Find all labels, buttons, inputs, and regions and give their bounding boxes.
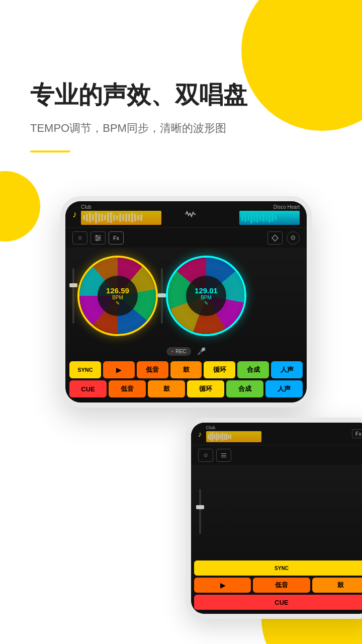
secondary-pad-cue[interactable]: CUE	[194, 595, 362, 610]
bpm-label-left: BPM	[112, 295, 123, 300]
dj-pads: SYNC ▶ 低音 鼓 循环 合成 人声 CUE 低音 鼓 循环 合成 人声	[65, 358, 307, 403]
diamond-button[interactable]	[267, 231, 283, 245]
pad-loop-2[interactable]: 循环	[187, 380, 224, 397]
waveform-left	[81, 211, 161, 225]
wave-bar	[104, 215, 106, 220]
rec-mic-row: ● REC 🎤	[65, 344, 307, 358]
underline-bar	[30, 150, 70, 152]
pad-vocal-2[interactable]: 人声	[265, 380, 303, 397]
wave-bar	[86, 214, 88, 221]
wave-bar	[125, 213, 127, 222]
header-area: 专业的声效、双唱盘 TEMPO调节，BPM同步，清晰的波形图	[30, 80, 332, 152]
wave-bar	[256, 213, 258, 223]
fader-handle-left[interactable]	[69, 283, 77, 287]
secondary-track-area: Club	[206, 425, 348, 442]
secondary-pads-row-1: SYNC	[194, 560, 362, 576]
wave-bar	[253, 214, 255, 221]
waveform-toggle-button[interactable]	[180, 205, 201, 223]
svg-point-5	[96, 239, 98, 241]
secondary-filter-button[interactable]	[216, 449, 231, 462]
wave-bar	[107, 213, 109, 222]
fader-handle-center[interactable]	[158, 293, 166, 297]
secondary-pad-drum[interactable]: 鼓	[312, 578, 362, 593]
pad-bass[interactable]: 低音	[137, 361, 168, 378]
secondary-fx-label[interactable]: Fx	[352, 429, 362, 438]
wave-bar	[131, 213, 133, 223]
track-right-name: Disco Heart	[204, 204, 300, 210]
pad-mix[interactable]: 合成	[237, 361, 269, 378]
sub-title: TEMPO调节，BPM同步，清晰的波形图	[30, 120, 332, 136]
rec-indicator: ●	[171, 349, 174, 354]
rec-label: REC	[175, 349, 186, 354]
wave-bar	[262, 213, 264, 222]
pad-loop[interactable]: 循环	[204, 361, 235, 378]
secondary-pad-bass[interactable]: 低音	[253, 578, 310, 593]
pad-bass-2[interactable]: 低音	[109, 380, 146, 397]
secondary-fader[interactable]	[199, 479, 201, 544]
bpm-edit-right: ✎	[204, 300, 208, 306]
wave-bar	[272, 214, 274, 221]
pad-cue[interactable]: CUE	[69, 380, 107, 397]
svg-point-3	[96, 235, 98, 237]
wave-bar	[122, 214, 124, 220]
eq-button[interactable]: ⊙	[72, 231, 87, 245]
wave-bar	[259, 214, 261, 221]
wave-bar	[116, 215, 118, 220]
secondary-waveform	[206, 431, 261, 442]
turntable-left[interactable]: 126.59 BPM ✎	[77, 256, 158, 336]
phone-secondary: ♪ Club	[186, 418, 362, 619]
secondary-music-note-icon: ♪	[198, 430, 202, 438]
track-left-name: Club	[81, 204, 177, 210]
wave-bar	[247, 215, 249, 220]
phone-side-btn-power	[311, 262, 312, 289]
secondary-pad-sync[interactable]: SYNC	[194, 560, 362, 576]
turntable-center-right: 129.01 BPM ✎	[186, 276, 226, 316]
svg-point-4	[98, 237, 100, 239]
bg-circle-left	[0, 171, 40, 242]
wave-bar	[95, 212, 97, 223]
secondary-eq-button[interactable]: ⊙	[198, 449, 213, 462]
secondary-pad-play[interactable]: ▶	[194, 578, 251, 593]
pad-sync[interactable]: SYNC	[69, 361, 101, 378]
secondary-fader-handle[interactable]	[196, 505, 204, 509]
dj-interface-secondary: ♪ Club	[191, 423, 362, 614]
secondary-pads-row-3: CUE	[194, 595, 362, 610]
wave-bar	[89, 213, 91, 223]
mic-icon[interactable]: 🎤	[197, 347, 206, 355]
wave-bar	[265, 214, 267, 220]
rec-button[interactable]: ● REC	[166, 347, 192, 356]
music-note-icon: ♪	[72, 209, 77, 220]
secondary-track-name: Club	[206, 425, 348, 430]
pad-drum[interactable]: 鼓	[170, 361, 202, 378]
wave-bar	[92, 214, 94, 221]
fader-left[interactable]	[72, 263, 74, 329]
fader-center[interactable]	[161, 263, 163, 329]
bpm-edit-left: ✎	[116, 300, 120, 306]
phone-side-btn-vol-down	[60, 279, 61, 307]
pad-play[interactable]: ▶	[103, 361, 135, 378]
waveform-right	[239, 211, 300, 225]
track-left-area: Club	[81, 204, 177, 225]
wave-bar	[268, 213, 270, 222]
secondary-controls: ⊙	[191, 445, 362, 465]
wave-bar	[275, 215, 277, 220]
pad-mix-2[interactable]: 合成	[226, 380, 263, 397]
turntable-right[interactable]: 129.01 BPM ✎	[166, 256, 246, 336]
pad-drum-2[interactable]: 鼓	[148, 380, 185, 397]
filter-button[interactable]	[90, 231, 106, 245]
bpm-value-left: 126.59	[106, 286, 129, 295]
fx-button[interactable]: Fx	[109, 231, 124, 245]
phone-side-btn-vol-up	[60, 252, 61, 272]
wave-bar	[134, 214, 136, 221]
wave-bar	[113, 214, 115, 221]
secondary-topbar: ♪ Club	[191, 423, 362, 445]
wave-bar	[137, 215, 139, 220]
wave-bar	[241, 214, 243, 221]
wave-bar	[101, 214, 103, 221]
svg-marker-6	[272, 235, 278, 241]
wave-bar	[83, 215, 85, 220]
dj-topbar: ♪ Club	[65, 201, 307, 227]
pad-vocal[interactable]: 人声	[271, 361, 303, 378]
secondary-pads: SYNC ▶ 低音 鼓 CUE	[191, 558, 362, 614]
settings-button[interactable]: ⚙	[287, 231, 300, 245]
